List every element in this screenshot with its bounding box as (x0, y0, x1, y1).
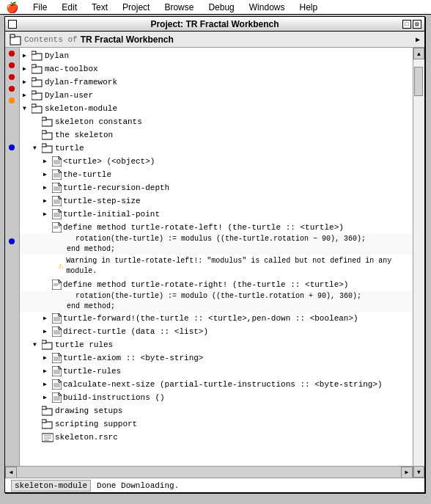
code-line: rotation(the-turtle) := modulo ((the-tur… (20, 291, 413, 302)
menu-windows[interactable]: Windows (246, 2, 288, 12)
triangle-turtle-rules-item[interactable]: ▶ (43, 365, 51, 377)
item-label-dylan-framework: dylan-framework (45, 76, 117, 88)
triangle-dylan-framework[interactable]: ▶ (23, 76, 30, 88)
item-label-turtle-rules-item: turtle-rules (63, 365, 121, 377)
menu-help[interactable]: Help (296, 2, 320, 12)
triangle-calculate-next[interactable]: ▶ (43, 379, 51, 390)
scroll-left-btn[interactable]: ◀ (5, 467, 17, 478)
tree-item-turtle-axiom[interactable]: ▶ turtle-axiom :: <byte-string> (20, 351, 413, 365)
project-icon (10, 34, 21, 45)
tree-item-build-instructions[interactable]: ▶ build-instructions () (20, 391, 413, 404)
tree-item-skeleton-rsrc[interactable]: ▶ skeleton.rsrc (20, 431, 413, 444)
tree-item-dylan-user[interactable]: ▶ Dylan-user (20, 89, 413, 102)
triangle-dylan-user[interactable]: ▶ (23, 90, 30, 101)
svg-rect-13 (42, 117, 46, 120)
svg-rect-7 (32, 78, 36, 81)
tree-area[interactable]: ▶ Dylan▶ mac-toolbox▶ dylan-framework▶ D… (20, 48, 413, 478)
menu-project[interactable]: Project (119, 2, 152, 12)
triangle-direct-turtle[interactable]: ▶ (43, 326, 51, 337)
svg-rect-0 (10, 37, 21, 45)
scroll-right-btn-h[interactable]: ▶ (401, 467, 413, 478)
svg-rect-3 (32, 51, 36, 54)
svg-rect-71 (42, 406, 46, 409)
triangle-turtle-initial[interactable]: ▶ (43, 208, 51, 220)
tree-item-scripting-support[interactable]: ▶ scripting support (20, 417, 413, 431)
tree-item-calculate-next[interactable]: ▶ calculate-next-size (partial-turtle-in… (20, 378, 413, 391)
tree-item-turtle-rotate-left[interactable]: ▶ define method turtle-rotate-left! (the… (20, 221, 413, 234)
status-text: Done Downloading. (97, 481, 179, 490)
item-label-turtle-rules: turtle rules (55, 339, 113, 351)
tree-item-turtle-rules[interactable]: ▼ turtle rules (20, 338, 413, 351)
menu-debug[interactable]: Debug (205, 2, 237, 12)
triangle-turtle[interactable]: ▼ (33, 142, 40, 154)
svg-marker-48 (52, 326, 62, 337)
triangle-turtle-rules[interactable]: ▼ (33, 339, 40, 351)
item-label-turtle-rotate-left: define method turtle-rotate-left! (the-t… (63, 222, 344, 233)
scroll-down-btn[interactable]: ▼ (413, 466, 424, 478)
menu-browse[interactable]: Browse (161, 2, 196, 12)
triangle-turtle-axiom[interactable]: ▶ (43, 352, 51, 364)
tree-item-turtle-rotate-right[interactable]: ▶ define method turtle-rotate-right! (th… (20, 278, 413, 291)
close-button[interactable] (8, 20, 17, 29)
triangle-dylan[interactable]: ▶ (23, 50, 30, 62)
tree-item-turtle[interactable]: ▼ turtle (20, 142, 413, 155)
tree-item-turtle-forward[interactable]: ▶ turtle-forward!(the-turtle :: <turtle>… (20, 312, 413, 325)
scroll-thumb[interactable] (414, 67, 423, 96)
svg-rect-73 (42, 420, 46, 423)
triangle-build-instructions[interactable]: ▶ (43, 392, 51, 403)
tree-item-the-skeleton[interactable]: ▶ the skeleton (20, 128, 413, 142)
triangle-the-turtle[interactable]: ▶ (43, 169, 51, 180)
tree-item-mac-toolbox[interactable]: ▶ mac-toolbox (20, 62, 413, 76)
svg-rect-15 (42, 131, 46, 134)
vertical-scrollbar[interactable]: ▲ ▼ (413, 48, 424, 478)
item-label-turtle-axiom: turtle-axiom :: <byte-string> (63, 352, 203, 364)
tree-item-skeleton-constants[interactable]: ▶ skeleton constants (20, 115, 413, 128)
apple-menu[interactable]: 🍎 (3, 1, 21, 13)
triangle-turtle-step[interactable]: ▶ (43, 195, 51, 207)
scroll-track[interactable] (413, 59, 424, 466)
tree-item-turtle-initial[interactable]: ▶ turtle-initial-point (20, 208, 413, 221)
item-label-calculate-next: calculate-next-size (partial-turtle-inst… (63, 379, 383, 390)
menu-edit[interactable]: Edit (59, 2, 80, 12)
zoom-button[interactable]: □ (402, 20, 411, 29)
project-window: Project: TR Fractal Workbench □ ▤ Conten… (4, 16, 425, 493)
svg-rect-5 (32, 65, 36, 67)
triangle-turtle-obj[interactable]: ▶ (43, 156, 51, 167)
tree-item-dylan[interactable]: ▶ Dylan (20, 49, 413, 62)
item-label-the-skeleton: the skeleton (55, 129, 113, 141)
tree-item-turtle-rules-item[interactable]: ▶ turtle-rules (20, 365, 413, 378)
item-label-direct-turtle: direct-turtle (data :: <list>) (63, 326, 208, 337)
collapse-button[interactable]: ▤ (413, 20, 421, 29)
gutter-marker-2 (9, 62, 15, 68)
triangle-skeleton-module[interactable]: ▼ (23, 103, 30, 114)
tree-item-the-turtle[interactable]: ▶ the-turtle (20, 168, 413, 181)
triangle-mac-toolbox[interactable]: ▶ (23, 63, 30, 75)
item-label-turtle-rotate-right: define method turtle-rotate-right! (the-… (63, 279, 348, 291)
triangle-turtle-recursion[interactable]: ▶ (43, 182, 51, 194)
triangle-turtle-forward[interactable]: ▶ (43, 313, 51, 324)
svg-marker-44 (52, 313, 62, 324)
window-title: Project: TR Fractal Workbench (150, 19, 279, 29)
scroll-up-btn[interactable]: ▲ (413, 48, 424, 59)
tree-item-dylan-framework[interactable]: ▶ dylan-framework (20, 76, 413, 89)
horizontal-scrollbar[interactable]: ◀ ▶ (5, 466, 413, 478)
svg-marker-22 (52, 169, 62, 180)
menubar: 🍎 File Edit Text Project Browse Debug Wi… (0, 0, 431, 15)
scroll-right-btn[interactable]: ▶ (416, 35, 420, 44)
menu-file[interactable]: File (30, 2, 50, 12)
tree-item-turtle-recursion[interactable]: ▶ turtle-recursion-depth (20, 181, 413, 194)
item-label-turtle-forward: turtle-forward!(the-turtle :: <turtle>,p… (63, 313, 358, 324)
module-name: skeleton-module (11, 480, 91, 492)
item-label-turtle-step: turtle-step-size (63, 195, 141, 207)
tree-item-direct-turtle[interactable]: ▶ direct-turtle (data :: <list>) (20, 325, 413, 338)
tree-item-turtle-step[interactable]: ▶ turtle-step-size (20, 194, 413, 208)
tree-item-skeleton-module[interactable]: ▼ skeleton-module (20, 102, 413, 115)
item-label-drawing-setups: drawing setups (55, 405, 122, 417)
warning-icon: ⚠ (58, 261, 63, 271)
menu-text[interactable]: Text (89, 2, 111, 12)
svg-marker-26 (52, 183, 62, 193)
tree-item-drawing-setups[interactable]: ▶ drawing setups (20, 404, 413, 417)
item-label-scripting-support: scripting support (55, 418, 137, 430)
item-label-the-turtle: the-turtle (63, 169, 111, 180)
tree-item-turtle-obj[interactable]: ▶ <turtle> (<object>) (20, 155, 413, 168)
